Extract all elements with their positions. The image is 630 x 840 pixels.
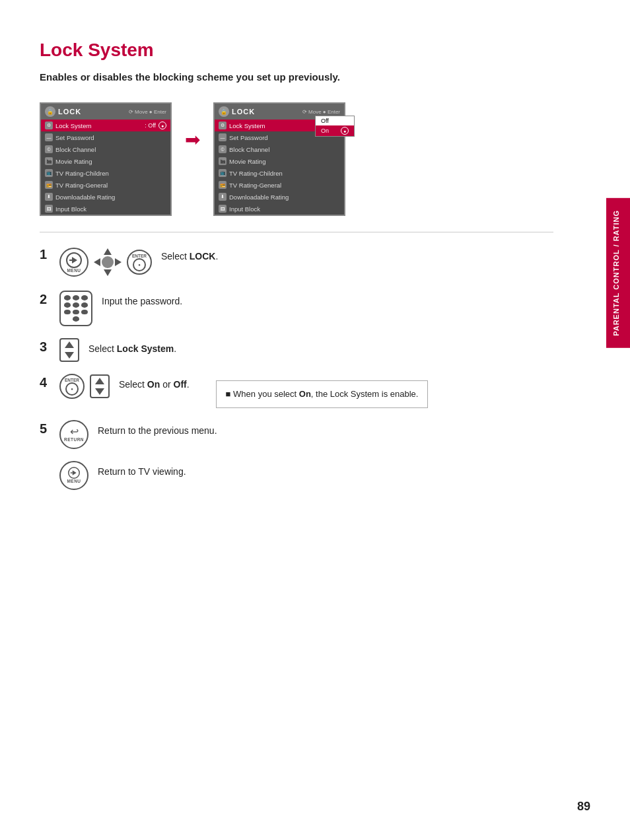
menu-button-svg	[66, 252, 82, 268]
step-5: 5 ↩ RETURN Return to the previous menu.	[40, 420, 553, 449]
step-5-number: 5	[40, 421, 50, 437]
keypad-icon	[59, 291, 92, 326]
left-row-tv-children: 📺 TV Rating-Children	[41, 167, 170, 179]
step4-enter-inner: ●	[65, 382, 79, 396]
svg-marker-4	[73, 470, 77, 475]
step-4-left: 4 ENTER ● Select On or Off.	[40, 374, 190, 399]
lock-icon-left: 🔒	[45, 106, 55, 117]
step4-up-arrow	[95, 378, 104, 384]
step-4-area: 4 ENTER ● Select On or Off.	[40, 374, 553, 408]
step-3: 3 Select Lock System.	[40, 338, 553, 362]
step-2: 2 Input the password.	[40, 291, 553, 326]
info-box-bold: On	[299, 389, 311, 399]
step6-menu-svg	[66, 467, 82, 479]
row-icon-8: 🖼	[45, 205, 53, 213]
dpad-down	[104, 269, 112, 276]
dpad-right	[115, 258, 122, 266]
step-5-icons: ↩ RETURN	[59, 420, 88, 449]
key-7	[64, 310, 71, 315]
dpad-up	[104, 248, 112, 255]
step-4-bold-on: On	[147, 379, 160, 390]
right-row-icon-5: 📺	[219, 169, 227, 177]
step4-updown-icon	[90, 374, 110, 398]
screens-area: 🔒 LOCK ⟳ Move ● Enter ⚙ Lock System : Of…	[40, 102, 553, 216]
page-subtitle: Enables or disables the blocking scheme …	[40, 71, 553, 83]
right-row-lock-system: ⚙ Lock System : On Off On ●	[215, 120, 344, 131]
step-1-text: Select LOCK.	[161, 246, 553, 262]
step-4-icons: ENTER ●	[59, 374, 110, 399]
lock-icon-right: 🔒	[219, 106, 229, 117]
step4-down-arrow	[95, 388, 104, 395]
right-row-icon-3: ©	[219, 145, 227, 153]
key-5	[73, 302, 79, 308]
step-1: 1 MENU	[40, 246, 553, 279]
enter-icon: ●	[158, 122, 166, 129]
step-5-text: Return to the previous menu.	[98, 420, 553, 436]
key-0	[73, 316, 79, 322]
left-row-block-channel: © Block Channel	[41, 143, 170, 155]
updown-icon	[59, 338, 79, 362]
right-row-input-block: 🖼 Input Block	[215, 203, 344, 215]
step-3-bold: Lock System	[117, 343, 174, 354]
left-menu-title: LOCK	[58, 108, 126, 116]
dropdown-popup: Off On ●	[315, 116, 355, 137]
left-row-lock-system: ⚙ Lock System : Off ●	[41, 120, 170, 131]
left-menu-box: 🔒 LOCK ⟳ Move ● Enter ⚙ Lock System : Of…	[40, 102, 172, 216]
left-row-tv-general: 📻 TV Rating-General	[41, 179, 170, 191]
row-icon-5: 📺	[45, 169, 53, 177]
right-row-icon-2: —	[219, 133, 227, 141]
dropdown-enter-icon: ●	[341, 127, 349, 135]
page-number: 89	[577, 800, 590, 814]
enter-button-icon: ENTER ●	[127, 250, 152, 275]
main-content: Lock System Enables or disables the bloc…	[0, 0, 606, 542]
key-6	[81, 302, 88, 308]
key-9	[81, 310, 88, 315]
right-row-downloadable: ⬇ Downloadable Rating	[215, 191, 344, 203]
row-icon-3: ©	[45, 145, 53, 153]
right-row-block-channel: © Block Channel	[215, 143, 344, 155]
step-1-bold: LOCK	[190, 251, 216, 262]
key-3	[81, 295, 88, 300]
step-3-text: Select Lock System.	[88, 338, 553, 354]
page-title: Lock System	[40, 40, 553, 61]
key-empty-right	[81, 316, 88, 322]
return-arrow-symbol: ↩	[70, 427, 79, 437]
key-2	[73, 295, 79, 300]
right-row-icon-6: 📻	[219, 181, 227, 189]
row-icon-6: 📻	[45, 181, 53, 189]
menu-button-icon: MENU	[59, 248, 88, 277]
dpad-icon	[91, 246, 124, 279]
left-menu-header: 🔒 LOCK ⟳ Move ● Enter	[41, 104, 170, 120]
right-menu-nav: ⟳ Move ● Enter	[302, 109, 340, 115]
right-row-icon-7: ⬇	[219, 193, 227, 201]
key-empty-left	[64, 316, 71, 322]
right-row-icon-4: 🎬	[219, 157, 227, 165]
enter-inner-circle: ●	[133, 258, 146, 271]
return-button-icon: ↩ RETURN	[59, 420, 88, 449]
return-label: RETURN	[64, 437, 84, 442]
left-row-input-block: 🖼 Input Block	[41, 203, 170, 215]
step-6: MENU Return to TV viewing.	[40, 461, 553, 490]
arrow-icon: ➡	[185, 129, 200, 151]
dpad-left	[94, 258, 100, 266]
step-2-icons	[59, 291, 92, 326]
dropdown-item-off: Off	[316, 116, 354, 125]
step-4-text: Select On or Off.	[119, 374, 190, 390]
right-row-movie-rating: 🎬 Movie Rating	[215, 155, 344, 167]
row-icon-4: 🎬	[45, 157, 53, 165]
step6-menu-icon: MENU	[59, 461, 88, 490]
dpad-center	[102, 256, 114, 268]
left-row-downloadable: ⬇ Downloadable Rating	[41, 191, 170, 203]
step-3-number: 3	[40, 339, 50, 355]
row-icon-1: ⚙	[45, 122, 53, 129]
down-arrow	[65, 352, 74, 359]
info-box: ■ When you select On, the Lock System is…	[216, 380, 429, 408]
key-1	[64, 295, 71, 300]
step4-enter-icon: ENTER ●	[59, 374, 85, 399]
right-row-icon-8: 🖼	[219, 205, 227, 213]
svg-marker-1	[72, 257, 77, 263]
step-6-icons: MENU	[59, 461, 88, 490]
step-1-number: 1	[40, 247, 50, 262]
step-6-text: Return to TV viewing.	[98, 461, 553, 477]
up-arrow	[65, 341, 74, 348]
